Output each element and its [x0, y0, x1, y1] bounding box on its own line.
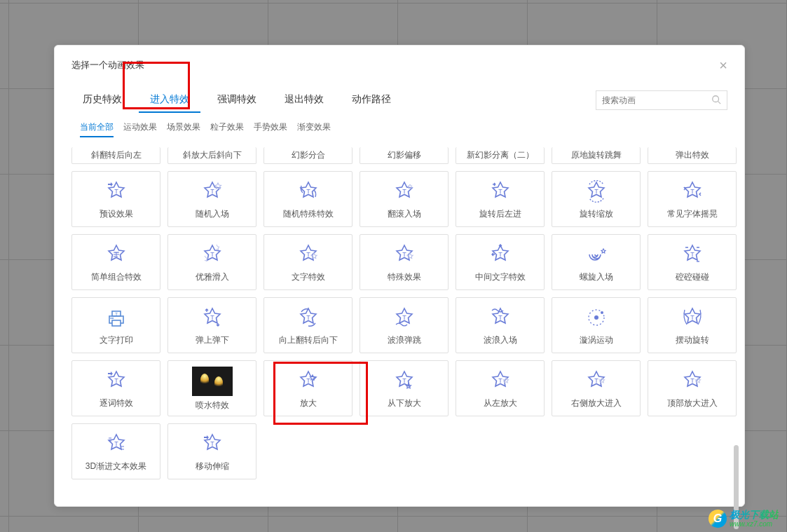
dialog-header: 选择一个动画效果 ×: [55, 46, 744, 78]
effect-label: 文字打印: [100, 334, 133, 346]
animation-dialog: 选择一个动画效果 × 历史特效 进入特效 强调特效 退出特效 动作路径 当前全部…: [54, 45, 745, 507]
effect-label: 优雅滑入: [196, 271, 229, 283]
effect-star-icon: T: [104, 179, 129, 204]
svg-text:T: T: [690, 376, 694, 383]
effect-item[interactable]: T顶部放大进入: [648, 360, 737, 416]
subtab-particle[interactable]: 粒子效果: [210, 121, 244, 137]
effect-star-icon: T: [584, 368, 609, 393]
subtab-all[interactable]: 当前全部: [80, 121, 114, 137]
effect-item[interactable]: T旋转缩放: [552, 171, 641, 227]
effects-grid: 斜翻转后向左斜放大后斜向下幻影分合幻影偏移新幻影分离（二）原地旋转跳舞弹出特效T…: [71, 147, 727, 479]
effect-item[interactable]: T向上翻转后向下: [264, 297, 353, 353]
subtab-gesture[interactable]: 手势效果: [254, 121, 287, 137]
effect-label: 从下放大: [388, 397, 421, 409]
effect-item[interactable]: T预设效果: [71, 171, 160, 227]
tab-history[interactable]: 历史特效: [71, 88, 133, 113]
effect-item[interactable]: T从左放大: [456, 360, 545, 416]
svg-text:T: T: [402, 376, 406, 383]
effect-label: 弹上弹下: [196, 334, 229, 346]
effect-label: 中间文字特效: [475, 271, 526, 283]
dialog-title: 选择一个动画效果: [71, 59, 144, 71]
svg-text:T: T: [498, 313, 502, 320]
effect-item[interactable]: T简单组合特效: [71, 234, 160, 290]
effect-star-icon: T: [296, 242, 321, 267]
effect-star-icon: T: [104, 368, 129, 393]
effect-item[interactable]: T波浪弹跳: [360, 297, 449, 353]
effect-label: 幻影分合: [292, 149, 325, 161]
effect-item[interactable]: 新幻影分离（二）: [456, 147, 545, 164]
effect-item[interactable]: 幻影分合: [264, 147, 353, 164]
effect-item[interactable]: T优雅滑入: [167, 234, 256, 290]
effect-item[interactable]: T随机特殊特效: [264, 171, 353, 227]
effect-label: 波浪入场: [484, 334, 517, 346]
effect-item[interactable]: 喷水特效: [167, 360, 256, 416]
effect-label: 翻滚入场: [388, 208, 421, 220]
effect-item[interactable]: T右侧放大进入: [552, 360, 641, 416]
effect-item[interactable]: T中间文字特效: [456, 234, 545, 290]
effect-item[interactable]: T摆动旋转: [648, 297, 737, 353]
effect-item[interactable]: 斜放大后斜向下: [167, 147, 256, 164]
effect-item[interactable]: T弹上弹下: [167, 297, 256, 353]
effect-item[interactable]: T3D渐进文本效果: [71, 423, 160, 479]
tab-path[interactable]: 动作路径: [341, 88, 402, 113]
subtab-gradient[interactable]: 渐变效果: [297, 121, 331, 137]
svg-text:T: T: [498, 376, 502, 383]
effect-star-icon: T: [104, 242, 129, 267]
effect-item[interactable]: T随机入场: [167, 171, 256, 227]
tab-emphasis[interactable]: 强调特效: [206, 88, 268, 113]
sub-tabs: 当前全部 运动效果 场景效果 粒子效果 手势效果 渐变效果: [55, 113, 744, 143]
effect-item[interactable]: T翻滚入场: [360, 171, 449, 227]
effect-item[interactable]: T移动伸缩: [167, 423, 256, 479]
effect-item[interactable]: T旋转后左进: [456, 171, 545, 227]
effect-item[interactable]: T逐词特效: [71, 360, 160, 416]
effect-item[interactable]: 幻影偏移: [360, 147, 449, 164]
subtab-motion[interactable]: 运动效果: [123, 121, 157, 137]
svg-line-1: [718, 101, 721, 104]
tab-enter[interactable]: 进入特效: [139, 88, 200, 113]
effect-item[interactable]: T文字打印: [71, 297, 160, 353]
svg-text:T: T: [498, 187, 502, 194]
effect-item[interactable]: T波浪入场: [456, 297, 545, 353]
scrollbar[interactable]: [733, 186, 739, 532]
effect-item[interactable]: T特殊效果: [360, 234, 449, 290]
effect-label: 逐词特效: [100, 397, 133, 409]
svg-text:T: T: [306, 313, 310, 320]
subtab-scene[interactable]: 场景效果: [167, 121, 200, 137]
effect-item[interactable]: 漩涡运动: [552, 297, 641, 353]
search-icon[interactable]: [711, 95, 721, 107]
effect-item[interactable]: 弹出特效: [648, 147, 737, 164]
effect-star-icon: T: [296, 305, 321, 330]
effect-item[interactable]: 原地旋转跳舞: [552, 147, 641, 164]
effect-star-icon: [584, 305, 609, 330]
search-wrap: [596, 90, 727, 110]
effect-star-icon: [192, 366, 233, 395]
effect-item[interactable]: T常见字体摇晃: [648, 171, 737, 227]
effect-star-icon: T: [200, 179, 225, 204]
effect-label: 幻影偏移: [388, 149, 421, 161]
effect-star-icon: T: [392, 368, 417, 393]
search-input[interactable]: [602, 95, 711, 105]
close-icon[interactable]: ×: [719, 58, 727, 72]
svg-text:T: T: [402, 313, 406, 320]
effect-label: 预设效果: [100, 208, 133, 220]
svg-text:T: T: [114, 439, 118, 446]
svg-text:T: T: [210, 187, 214, 194]
effect-item[interactable]: 螺旋入场: [552, 234, 641, 290]
effect-label: 右侧放大进入: [571, 397, 622, 409]
effect-label: 漩涡运动: [580, 334, 613, 346]
effect-star-icon: T: [680, 242, 705, 267]
svg-text:T: T: [690, 250, 694, 257]
svg-rect-20: [112, 320, 121, 326]
effect-item[interactable]: T硿硿碰碰: [648, 234, 737, 290]
effect-item[interactable]: T放大: [264, 360, 353, 416]
effect-star-icon: T: [584, 179, 609, 204]
effect-star-icon: T: [104, 431, 129, 456]
effect-star-icon: T: [392, 242, 417, 267]
main-tabs: 历史特效 进入特效 强调特效 退出特效 动作路径: [55, 78, 744, 113]
effect-item[interactable]: 斜翻转后向左: [71, 147, 160, 164]
tab-exit[interactable]: 退出特效: [273, 88, 335, 113]
effect-item[interactable]: T文字特效: [264, 234, 353, 290]
svg-point-30: [601, 311, 603, 314]
svg-text:T: T: [114, 187, 118, 194]
effect-item[interactable]: T从下放大: [360, 360, 449, 416]
